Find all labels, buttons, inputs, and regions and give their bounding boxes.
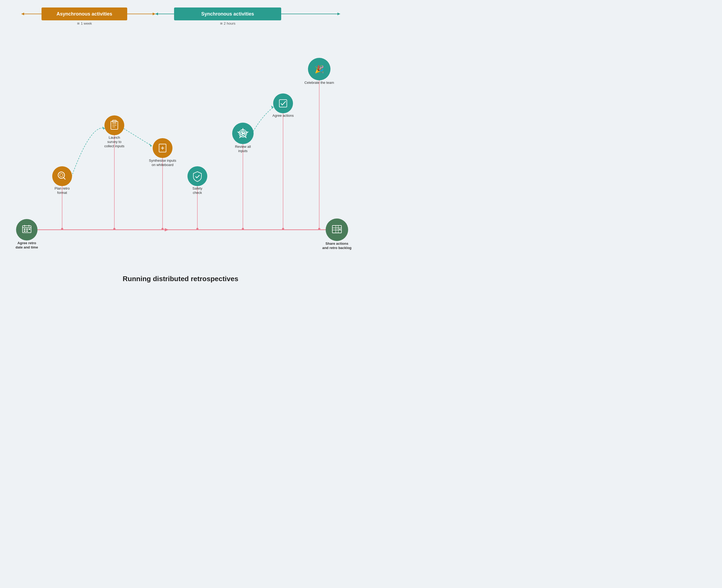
- svg-point-44: [52, 166, 72, 186]
- svg-text:format: format: [57, 191, 67, 195]
- svg-text:date and time: date and time: [16, 245, 38, 249]
- svg-point-22: [162, 228, 164, 230]
- svg-point-68: [326, 218, 348, 241]
- svg-text:check: check: [193, 191, 202, 195]
- svg-rect-43: [29, 229, 30, 230]
- diagram-container: Asynchronous activities Synchronous acti…: [0, 0, 361, 294]
- svg-text:survey to: survey to: [107, 140, 122, 144]
- svg-point-30: [318, 228, 320, 230]
- svg-point-18: [61, 228, 63, 230]
- svg-text:Agree retro: Agree retro: [17, 241, 36, 245]
- svg-point-58: [187, 166, 207, 186]
- svg-marker-11: [337, 13, 340, 15]
- svg-text:Agree actions: Agree actions: [272, 113, 294, 118]
- svg-rect-42: [26, 231, 28, 232]
- svg-text:Celebrate the team: Celebrate the team: [305, 81, 334, 85]
- svg-point-20: [113, 228, 116, 230]
- diagram-svg: Asynchronous activities Synchronous acti…: [0, 0, 361, 294]
- svg-rect-39: [24, 229, 25, 230]
- svg-text:Synchronous activities: Synchronous activities: [201, 11, 254, 17]
- svg-point-24: [196, 228, 199, 230]
- svg-marker-16: [165, 228, 169, 231]
- svg-point-64: [273, 93, 293, 113]
- svg-text:Asynchronous activities: Asynchronous activities: [57, 11, 112, 17]
- svg-point-26: [242, 228, 244, 230]
- svg-point-28: [282, 228, 284, 230]
- svg-text:≅ 2 hours: ≅ 2 hours: [220, 21, 235, 25]
- svg-text:Safety: Safety: [192, 186, 203, 190]
- svg-text:Review all: Review all: [235, 145, 251, 149]
- svg-text:collect inputs: collect inputs: [104, 144, 125, 148]
- svg-marker-3: [21, 13, 24, 15]
- svg-text:Plan retro: Plan retro: [55, 186, 70, 190]
- svg-marker-33: [271, 105, 274, 109]
- svg-text:on whiteboard: on whiteboard: [151, 163, 173, 167]
- svg-text:and retro backlog: and retro backlog: [322, 246, 351, 250]
- svg-text:Launch: Launch: [109, 135, 120, 140]
- svg-text:Running distributed retrospect: Running distributed retrospectives: [123, 275, 238, 283]
- svg-rect-40: [26, 229, 28, 230]
- svg-text:🎉: 🎉: [315, 65, 324, 74]
- svg-text:inputs: inputs: [238, 149, 248, 153]
- svg-text:Synthesise inputs: Synthesise inputs: [149, 159, 176, 163]
- svg-text:≅ 1 week: ≅ 1 week: [77, 21, 92, 25]
- svg-marker-5: [153, 13, 155, 15]
- svg-text:Share actions: Share actions: [325, 241, 348, 246]
- svg-marker-32: [149, 144, 152, 147]
- svg-rect-41: [24, 231, 25, 232]
- svg-marker-9: [155, 13, 158, 15]
